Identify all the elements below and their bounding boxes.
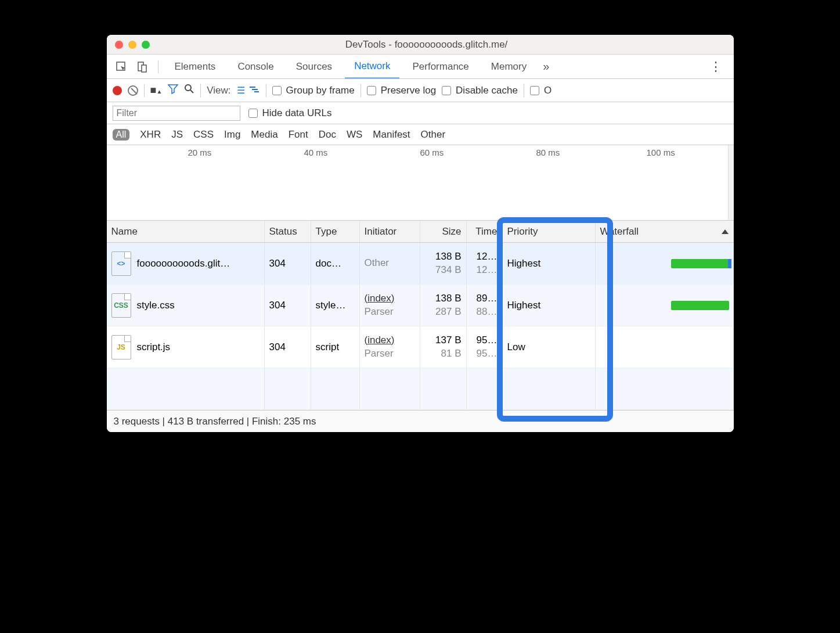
type-css[interactable]: CSS xyxy=(193,129,214,141)
tab-performance[interactable]: Performance xyxy=(403,55,478,79)
cell-initiator: Other xyxy=(365,257,390,270)
col-type[interactable]: Type xyxy=(311,221,360,242)
tab-elements[interactable]: Elements xyxy=(165,55,225,79)
tabs-row: Elements Console Sources Network Perform… xyxy=(107,55,734,79)
tab-console[interactable]: Console xyxy=(228,55,283,79)
kebab-menu-icon[interactable]: ⋮ xyxy=(705,59,728,74)
svg-rect-7 xyxy=(254,91,259,92)
type-img[interactable]: Img xyxy=(224,129,240,141)
timeline-overview[interactable]: 20 ms 40 ms 60 ms 80 ms 100 ms xyxy=(107,145,734,221)
type-media[interactable]: Media xyxy=(251,129,277,141)
cell-priority: Highest xyxy=(503,285,596,326)
cell-waterfall xyxy=(596,326,734,368)
filter-toggle-icon[interactable] xyxy=(168,84,178,97)
svg-rect-6 xyxy=(252,89,258,90)
col-size[interactable]: Size xyxy=(420,221,467,242)
cell-status: 304 xyxy=(265,285,311,326)
cell-status: 304 xyxy=(265,243,311,284)
col-time[interactable]: Time xyxy=(467,221,503,242)
request-name: foooooooooods.glit… xyxy=(137,258,230,269)
resource-types-row: All XHR JS CSS Img Media Font Doc WS Man… xyxy=(107,124,734,145)
cell-waterfall xyxy=(596,243,734,284)
tab-memory[interactable]: Memory xyxy=(482,55,536,79)
requests-table: Name Status Type Initiator Size Time Pri… xyxy=(107,221,734,410)
network-toolbar: ■▲ View: ☰ Group by frame Preserve log D… xyxy=(107,79,734,102)
document-icon: <> xyxy=(111,251,131,276)
inspect-icon[interactable] xyxy=(113,58,130,75)
devtools-window: DevTools - foooooooooods.glitch.me/ Elem… xyxy=(107,35,734,432)
separator xyxy=(144,84,145,97)
type-other[interactable]: Other xyxy=(421,129,446,141)
group-by-frame-checkbox[interactable]: Group by frame xyxy=(272,85,355,96)
window-title: DevTools - foooooooooods.glitch.me/ xyxy=(157,39,697,51)
cell-type: style… xyxy=(311,285,360,326)
hide-data-urls-checkbox[interactable]: Hide data URLs xyxy=(248,107,332,119)
svg-point-3 xyxy=(185,85,191,91)
type-xhr[interactable]: XHR xyxy=(140,129,161,141)
svg-rect-2 xyxy=(142,65,146,72)
overview-toggle-icon[interactable] xyxy=(250,85,260,96)
script-icon: JS xyxy=(111,335,131,359)
col-status[interactable]: Status xyxy=(265,221,311,242)
col-priority[interactable]: Priority xyxy=(503,221,596,242)
separator xyxy=(266,84,266,97)
traffic-lights xyxy=(115,41,150,49)
close-window-button[interactable] xyxy=(115,41,123,49)
more-tabs-icon[interactable]: » xyxy=(539,60,553,73)
screenshot-icon[interactable]: ■▲ xyxy=(150,84,163,96)
record-button[interactable] xyxy=(113,86,122,95)
offline-checkbox[interactable]: O xyxy=(530,85,551,96)
sort-indicator-icon xyxy=(722,229,729,234)
type-ws[interactable]: WS xyxy=(347,129,362,141)
separator xyxy=(360,84,361,97)
col-waterfall[interactable]: Waterfall xyxy=(596,221,734,242)
ruler-tick: 20 ms xyxy=(188,148,212,157)
type-manifest[interactable]: Manifest xyxy=(373,129,410,141)
minimize-window-button[interactable] xyxy=(128,41,136,49)
svg-rect-5 xyxy=(250,87,255,88)
table-row[interactable]: JSscript.js 304 script (index)Parser 137… xyxy=(107,326,734,368)
disable-cache-checkbox[interactable]: Disable cache xyxy=(442,85,518,96)
ruler-tick: 100 ms xyxy=(647,148,675,157)
col-name[interactable]: Name xyxy=(107,221,265,242)
table-row-empty xyxy=(107,368,734,410)
separator xyxy=(524,84,524,97)
request-name: style.css xyxy=(137,300,175,311)
type-font[interactable]: Font xyxy=(289,129,308,141)
ruler-tick: 40 ms xyxy=(304,148,328,157)
search-icon[interactable] xyxy=(184,84,194,97)
separator xyxy=(200,84,201,97)
cell-status: 304 xyxy=(265,326,311,368)
filter-row: Hide data URLs xyxy=(107,102,734,124)
table-header-row: Name Status Type Initiator Size Time Pri… xyxy=(107,221,734,243)
tab-network[interactable]: Network xyxy=(345,55,399,79)
type-doc[interactable]: Doc xyxy=(319,129,336,141)
view-label: View: xyxy=(207,85,230,96)
large-rows-icon[interactable]: ☰ xyxy=(237,85,244,96)
preserve-log-checkbox[interactable]: Preserve log xyxy=(367,85,436,96)
status-text: 3 requests | 413 B transferred | Finish:… xyxy=(114,416,316,427)
tab-sources[interactable]: Sources xyxy=(287,55,341,79)
cell-initiator-link[interactable]: (index) xyxy=(365,292,395,305)
cell-initiator-link[interactable]: (index) xyxy=(365,334,395,347)
cell-priority: Highest xyxy=(503,243,596,284)
svg-line-4 xyxy=(190,90,193,93)
cell-type: doc… xyxy=(311,243,360,284)
titlebar: DevTools - foooooooooods.glitch.me/ xyxy=(107,35,734,55)
cell-priority: Low xyxy=(503,326,596,368)
status-bar: 3 requests | 413 B transferred | Finish:… xyxy=(107,410,734,432)
zoom-window-button[interactable] xyxy=(142,41,150,49)
table-row[interactable]: <>foooooooooods.glit… 304 doc… Other 138… xyxy=(107,243,734,285)
type-all[interactable]: All xyxy=(113,129,130,141)
type-js[interactable]: JS xyxy=(171,129,183,141)
separator xyxy=(158,60,158,73)
cell-type: script xyxy=(311,326,360,368)
request-name: script.js xyxy=(137,341,171,353)
clear-button[interactable] xyxy=(128,85,138,96)
overview-scrollbar[interactable] xyxy=(728,145,734,220)
col-initiator[interactable]: Initiator xyxy=(360,221,420,242)
stylesheet-icon: CSS xyxy=(111,293,131,318)
filter-input[interactable] xyxy=(113,106,240,121)
table-row[interactable]: CSSstyle.css 304 style… (index)Parser 13… xyxy=(107,285,734,326)
device-toggle-icon[interactable] xyxy=(134,58,151,75)
